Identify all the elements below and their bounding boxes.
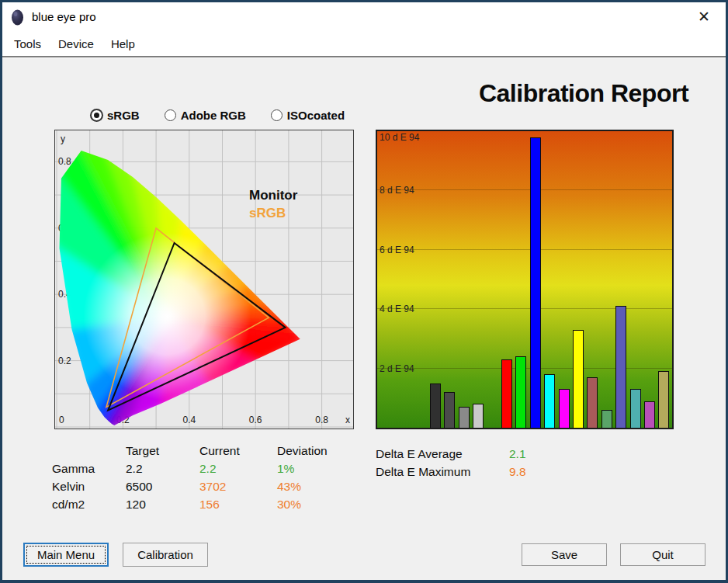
delta-e-bar (459, 407, 470, 428)
col-current: Current (199, 444, 277, 458)
window-title: blue eye pro (32, 10, 96, 23)
delta-e-average-value: 2.1 (509, 447, 571, 461)
delta-e-bar (630, 389, 641, 428)
quit-button[interactable]: Quit (620, 543, 705, 566)
gridline-label: 2 d E 94 (380, 363, 414, 374)
gridline-label: 10 d E 94 (380, 132, 419, 143)
radio-isocoated[interactable]: ISOcoated (271, 109, 345, 122)
radio-label: Adobe RGB (181, 109, 246, 122)
delta-e-bar (515, 356, 526, 428)
svg-text:y: y (61, 134, 65, 144)
delta-e-bar (615, 306, 626, 428)
svg-text:0.2: 0.2 (58, 356, 71, 366)
row-label: cd/m2 (52, 498, 126, 512)
table-row: Kelvin 6500 3702 43% (52, 477, 362, 495)
row-label: Kelvin (52, 480, 126, 494)
delta-e-bar (587, 377, 598, 428)
profile-radios: sRGBAdobe RGBISOcoated (91, 109, 345, 122)
gridline-label: 4 d E 94 (380, 304, 414, 314)
radio-unselected-icon[interactable] (271, 109, 283, 121)
target-value: 120 (126, 498, 199, 512)
chromaticity-svg: 00.20.40.60.80.80.60.40.2yx (55, 130, 353, 429)
delta-e-maximum-value: 9.8 (509, 465, 571, 479)
svg-text:0.6: 0.6 (249, 415, 262, 425)
row-label: Gamma (52, 462, 126, 476)
deviation-value: 1% (277, 462, 362, 476)
results-table: Target Current Deviation Gamma 2.2 2.2 1… (52, 442, 362, 513)
legend-srgb-label: sRGB (249, 204, 297, 222)
svg-text:0.8: 0.8 (315, 415, 328, 425)
delta-e-bar (530, 137, 541, 428)
menu-tools[interactable]: Tools (5, 33, 50, 54)
app-logo-icon (11, 9, 24, 26)
radio-adobe-rgb[interactable]: Adobe RGB (165, 109, 246, 122)
close-icon[interactable]: ✕ (688, 5, 719, 29)
main-menu-button[interactable]: Main Menu (23, 543, 109, 567)
gridline (377, 308, 672, 309)
radio-unselected-icon[interactable] (165, 109, 176, 121)
delta-e-bar (601, 410, 612, 428)
target-value: 2.2 (126, 462, 199, 476)
menu-help[interactable]: Help (102, 33, 144, 54)
delta-e-bar (644, 401, 655, 428)
save-button[interactable]: Save (522, 543, 607, 566)
menu-device[interactable]: Device (50, 33, 102, 54)
radio-srgb[interactable]: sRGB (91, 109, 140, 122)
col-deviation: Deviation (277, 444, 362, 458)
col-target: Target (126, 444, 199, 458)
table-row: Gamma 2.2 2.2 1% (52, 460, 362, 477)
delta-e-bar (544, 374, 555, 428)
delta-e-bar (559, 389, 570, 428)
delta-e-bar (430, 383, 441, 428)
app-window: blue eye pro ✕ Tools Device Help sRGBAdo… (0, 0, 728, 583)
delta-e-bar (444, 392, 455, 428)
page-title: Calibration Report (425, 79, 728, 108)
deviation-value: 30% (277, 498, 362, 512)
svg-text:x: x (345, 415, 350, 425)
radio-label: sRGB (107, 109, 140, 122)
delta-e-maximum-label: Delta E Maximum (376, 465, 509, 479)
svg-text:0: 0 (59, 415, 64, 425)
legend-monitor-label: Monitor (249, 186, 297, 204)
gridline-label: 8 d E 94 (380, 185, 414, 196)
svg-text:0.8: 0.8 (58, 156, 71, 167)
delta-e-bar (473, 404, 484, 428)
delta-e-bar (501, 359, 512, 428)
gridline (377, 130, 672, 131)
delta-e-bar (658, 371, 669, 428)
main-panel: sRGBAdobe RGBISOcoated Calibration Repor… (2, 56, 726, 580)
current-value: 2.2 (199, 462, 277, 476)
svg-text:0.4: 0.4 (182, 415, 196, 425)
deviation-value: 43% (277, 480, 362, 494)
delta-e-summary: Delta E Average 2.1 Delta E Maximum 9.8 (376, 445, 571, 481)
current-value: 156 (199, 498, 277, 512)
delta-e-bar (573, 330, 584, 428)
current-value: 3702 (199, 480, 277, 494)
target-value: 6500 (126, 480, 199, 494)
delta-e-average-label: Delta E Average (376, 447, 509, 461)
calibration-button[interactable]: Calibration (123, 543, 208, 567)
gridline-label: 6 d E 94 (380, 245, 414, 255)
radio-label: ISOcoated (287, 109, 345, 122)
delta-e-bar-chart: 10 d E 948 d E 946 d E 944 d E 942 d E 9… (376, 130, 674, 429)
gridline (377, 249, 672, 250)
radio-selected-icon[interactable] (91, 109, 102, 121)
gamut-legend: Monitor sRGB (249, 186, 297, 222)
gridline (377, 189, 672, 190)
title-bar: blue eye pro ✕ (2, 2, 726, 31)
table-row: cd/m2 120 156 30% (52, 495, 362, 513)
menu-bar: Tools Device Help (2, 31, 726, 56)
chromaticity-diagram: 00.20.40.60.80.80.60.40.2yx Monitor sRGB (54, 130, 354, 429)
